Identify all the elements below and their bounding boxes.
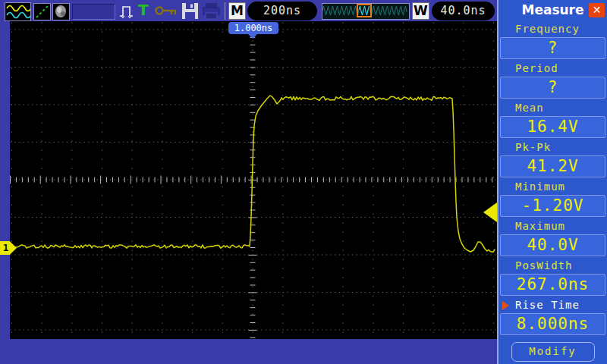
top-toolbar: T M 200ns W 40.0ns bbox=[0, 0, 497, 21]
selected-arrow-icon bbox=[502, 301, 509, 310]
modify-button[interactable]: Modify bbox=[511, 342, 595, 362]
scope-screen bbox=[10, 21, 497, 339]
measure-item[interactable]: Period? bbox=[498, 61, 607, 99]
measure-item-value: 41.2V bbox=[500, 155, 605, 177]
trigger-position-value: 1.000ns bbox=[234, 23, 273, 33]
measure-item-label-row: Pk-Pk bbox=[498, 140, 607, 155]
dashed-line-icon bbox=[34, 4, 50, 20]
grayscale-blob-icon bbox=[53, 4, 69, 20]
trigger-position-tag[interactable]: 1.000ns bbox=[228, 22, 278, 34]
floppy-icon bbox=[181, 2, 200, 20]
save-button[interactable] bbox=[181, 2, 200, 23]
window-timebase-readout[interactable]: 40.0ns bbox=[432, 2, 495, 20]
measure-item-label-row: Period bbox=[498, 61, 607, 77]
measure-item-label: Maximum bbox=[515, 220, 565, 232]
measure-item-value-text: 40.0V bbox=[527, 236, 578, 254]
measure-item[interactable]: Pk-Pk41.2V bbox=[498, 140, 607, 177]
waveform-preview-icon bbox=[322, 4, 407, 17]
measure-item-value-text: ? bbox=[548, 78, 558, 96]
measure-item-value-text: 41.2V bbox=[527, 157, 578, 175]
measure-item-label: Pk-Pk bbox=[515, 141, 551, 153]
measure-item-label: Minimum bbox=[515, 180, 565, 193]
measure-panel: Measure ✕ Frequency?Period?Mean16.4VPk-P… bbox=[497, 0, 607, 364]
channel-waveforms-icon[interactable] bbox=[5, 2, 31, 21]
measure-item[interactable]: Mean16.4V bbox=[498, 100, 607, 138]
bitmap-icon[interactable] bbox=[52, 3, 70, 20]
measure-item-value-text: 267.0ns bbox=[517, 275, 590, 293]
measure-item-label-row: Frequency bbox=[498, 21, 607, 37]
measure-item-value: ? bbox=[500, 37, 605, 59]
measure-item-label-row: Minimum bbox=[498, 179, 607, 195]
measure-item-value: ? bbox=[500, 77, 605, 99]
cursor-line-icon[interactable] bbox=[33, 3, 51, 20]
pulse-icon bbox=[118, 3, 135, 19]
measure-item-value: -1.20V bbox=[500, 195, 605, 217]
lock-key-icon[interactable] bbox=[155, 5, 179, 20]
measure-item[interactable]: PosWidth267.0ns bbox=[498, 258, 607, 296]
channel1-marker-label: 1 bbox=[3, 243, 8, 253]
measure-item-label: Frequency bbox=[515, 23, 580, 35]
measure-item-value: 40.0V bbox=[500, 234, 605, 256]
measure-item-value: 267.0ns bbox=[500, 274, 605, 296]
pulse-trigger-icon[interactable] bbox=[118, 3, 135, 22]
measure-item-label-row: Mean bbox=[498, 100, 607, 116]
status-field bbox=[72, 4, 115, 20]
print-button[interactable] bbox=[202, 2, 222, 23]
measure-item-value: 16.4V bbox=[500, 116, 605, 138]
measure-item-label-row: Maximum bbox=[498, 218, 607, 234]
measure-item-value-text: -1.20V bbox=[522, 196, 584, 215]
window-timebase-label: W bbox=[412, 2, 429, 20]
measure-item-label: Period bbox=[515, 62, 558, 74]
key-icon bbox=[155, 5, 179, 17]
toolbar-separator bbox=[225, 2, 225, 20]
measure-item-label: Mean bbox=[515, 102, 544, 114]
main-timebase-label: M bbox=[228, 2, 246, 20]
close-icon[interactable]: ✕ bbox=[589, 3, 605, 17]
sine-waves-icon bbox=[5, 3, 30, 20]
measure-item[interactable]: Frequency? bbox=[498, 21, 607, 59]
measure-item-label: PosWidth bbox=[515, 259, 572, 271]
measure-item[interactable]: Rise Time8.000ns bbox=[498, 297, 607, 335]
printer-icon bbox=[202, 2, 222, 20]
main-timebase-readout[interactable]: 200ns bbox=[247, 2, 317, 20]
measure-item[interactable]: Maximum40.0V bbox=[498, 218, 607, 256]
measure-item-label: Rise Time bbox=[515, 299, 580, 311]
bottom-status-bar: DC 20 10.0V CH1 8.80V 740.350KHz bbox=[0, 339, 497, 364]
measure-item-value-text: ? bbox=[548, 39, 558, 57]
measure-panel-header: Measure ✕ bbox=[498, 0, 607, 21]
measure-item-label-row: Rise Time bbox=[498, 297, 607, 313]
measure-item[interactable]: Minimum-1.20V bbox=[498, 179, 607, 217]
waveform-preview[interactable] bbox=[322, 3, 410, 20]
measure-item-label-row: PosWidth bbox=[498, 258, 607, 274]
measure-item-value-text: 16.4V bbox=[527, 118, 578, 136]
measure-item-value: 8.000ns bbox=[500, 313, 605, 335]
trigger-t-icon[interactable]: T bbox=[138, 1, 152, 19]
measure-items: Frequency?Period?Mean16.4VPk-Pk41.2VMini… bbox=[498, 21, 607, 337]
measure-item-value-text: 8.000ns bbox=[517, 315, 590, 333]
